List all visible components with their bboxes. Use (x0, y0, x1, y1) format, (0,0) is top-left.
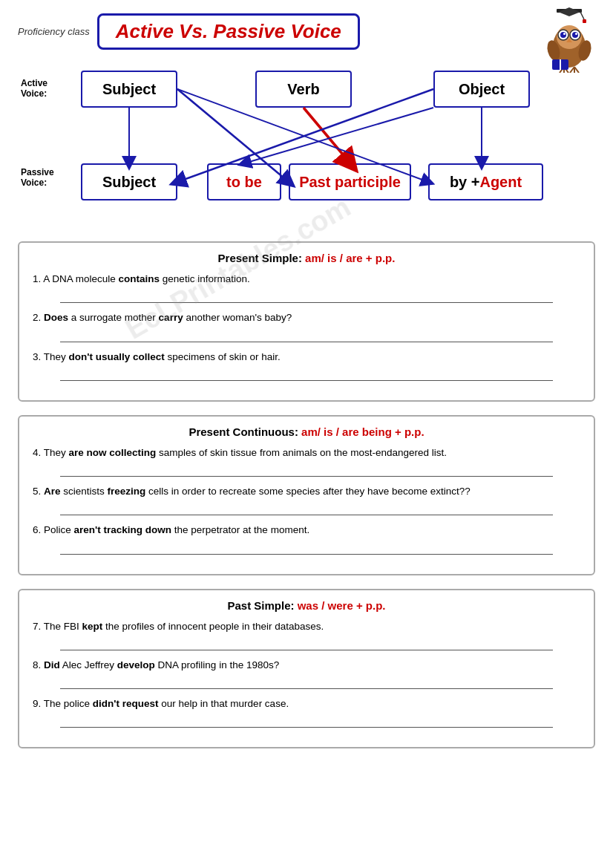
title-plain: Present Continuous: (189, 425, 301, 438)
answer-line (60, 329, 553, 342)
title-plain: Present Simple: (218, 252, 306, 264)
ex-bold: aren't tracking down (74, 524, 171, 535)
agent-text: Agent (479, 174, 522, 191)
svg-point-8 (560, 32, 566, 38)
exercise-sentence: 6. Police aren't tracking down the perpe… (33, 523, 580, 538)
answer-line (60, 290, 553, 303)
ex-before: They (44, 351, 69, 362)
ex-num: 7. (33, 621, 41, 632)
ex-bold: kept (82, 621, 103, 632)
exercise-item: 4. They are now collecting samples of sk… (33, 446, 580, 477)
ex-before: A DNA molecule (43, 273, 118, 284)
exercise-sentence: 9. The police didn't request our help in… (33, 696, 580, 711)
ex-bold: don't usually collect (69, 351, 165, 362)
ex-num: 9. (33, 698, 41, 709)
svg-line-23 (304, 108, 350, 163)
ex-num: 8. (33, 659, 41, 670)
exercise-sentence: 5. Are scientists freezing cells in orde… (33, 484, 580, 499)
exercise-sentence: 8. Did Alec Jeffrey develop DNA profilin… (33, 658, 580, 673)
svg-marker-1 (558, 7, 580, 16)
title-formula: was / were + p.p. (298, 599, 386, 612)
exercise-sentence: 2. Does a surrogate mother carry another… (33, 310, 580, 325)
exercise-item: 9. The police didn't request our help in… (33, 696, 580, 728)
ex-bold2: freezing (108, 486, 146, 497)
passive-agent-box: by + Agent (428, 163, 543, 200)
ex-bold: Are (44, 486, 61, 497)
ex-bold2: carry (159, 312, 183, 323)
ex-num: 1. (33, 273, 41, 284)
answer-line (60, 463, 553, 477)
section-past-simple: Past Simple: was / were + p.p.7. The FBI… (18, 589, 595, 749)
sections-container: Present Simple: am/ is / are + p.p.1. A … (18, 241, 595, 748)
ex-after2: another woman's baby? (183, 312, 292, 323)
ex-bold2: develop (117, 659, 155, 670)
svg-point-9 (572, 32, 578, 38)
section-present-continuous: Present Continuous: am/ is / are being +… (18, 415, 595, 575)
ex-num: 6. (33, 524, 41, 535)
exercise-item: 5. Are scientists freezing cells in orde… (33, 484, 580, 515)
svg-point-10 (563, 33, 566, 35)
exercise-sentence: 3. They don't usually collect specimens … (33, 350, 580, 365)
ex-after: the profiles of innocent people in their… (102, 621, 324, 632)
ex-after2: DNA profiling in the 1980s? (155, 659, 279, 670)
exercise-item: 1. A DNA molecule contains genetic infor… (33, 272, 580, 303)
answer-line (60, 368, 553, 381)
title-box: Active Vs. Passive Voice (97, 13, 360, 50)
exercise-item: 2. Does a surrogate mother carry another… (33, 310, 580, 342)
active-verb-box: Verb (255, 71, 352, 108)
section-title-present-simple: Present Simple: am/ is / are + p.p. (33, 252, 580, 264)
svg-point-11 (575, 33, 577, 35)
ex-after: a surrogate mother (68, 312, 159, 323)
ex-num: 5. (33, 486, 41, 497)
svg-line-2 (580, 12, 584, 19)
exercise-sentence: 4. They are now collecting samples of sk… (33, 446, 580, 460)
ex-before: Police (44, 524, 74, 535)
exercise-item: 7. The FBI kept the profiles of innocent… (33, 619, 580, 650)
ex-after: the perpetrator at the moment. (171, 524, 309, 535)
ex-before: The FBI (44, 621, 82, 632)
ex-bold: contains (119, 273, 160, 284)
answer-line (60, 502, 553, 515)
answer-line (60, 676, 553, 689)
by-text: by + (450, 174, 480, 191)
passive-subject-box: Subject (81, 163, 177, 200)
ex-bold: didn't request (93, 698, 159, 709)
owl-icon (543, 6, 595, 65)
passive-tobe-box: to be (207, 163, 281, 200)
ex-after: our help in that murder case. (159, 698, 289, 709)
ex-after: genetic information. (160, 273, 250, 284)
answer-line (60, 714, 553, 728)
exercise-item: 3. They don't usually collect specimens … (33, 350, 580, 381)
active-voice-label: ActiveVoice: (21, 78, 47, 99)
ex-bold: Does (44, 312, 68, 323)
passive-voice-label: PassiveVoice: (21, 167, 54, 188)
section-title-present-continuous: Present Continuous: am/ is / are being +… (33, 425, 580, 438)
ex-bold: Did (44, 659, 60, 670)
ex-before: They (44, 447, 69, 458)
exercise-sentence: 1. A DNA molecule contains genetic infor… (33, 272, 580, 287)
answer-line (60, 541, 553, 555)
answer-line (60, 637, 553, 650)
ex-after: samples of skin tissue from animals on t… (156, 447, 447, 458)
ex-before: The police (44, 698, 93, 709)
svg-rect-3 (583, 19, 586, 23)
ex-num: 3. (33, 351, 41, 362)
passive-pastpart-box: Past participle (289, 163, 411, 200)
ex-num: 2. (33, 312, 41, 323)
title-plain: Past Simple: (227, 599, 297, 612)
ex-after: scientists (61, 486, 108, 497)
ex-after2: cells in order to recreate some species … (145, 486, 470, 497)
section-present-simple: Present Simple: am/ is / are + p.p.1. A … (18, 241, 595, 402)
header: Proficiency class Active Vs. Passive Voi… (18, 13, 595, 50)
exercise-item: 8. Did Alec Jeffrey develop DNA profilin… (33, 658, 580, 689)
active-subject-box: Subject (81, 71, 177, 108)
ex-bold: are now collecting (69, 447, 157, 458)
proficiency-label: Proficiency class (18, 26, 90, 37)
page-title: Active Vs. Passive Voice (116, 20, 341, 42)
ex-after: specimens of skin or hair. (165, 351, 281, 362)
title-formula: am/ is / are + p.p. (305, 252, 395, 264)
ex-after: Alec Jeffrey (60, 659, 117, 670)
diagram-area: ActiveVoice: PassiveVoice: Subject Verb … (18, 57, 595, 228)
ex-num: 4. (33, 447, 41, 458)
title-formula: am/ is / are being + p.p. (301, 425, 424, 438)
